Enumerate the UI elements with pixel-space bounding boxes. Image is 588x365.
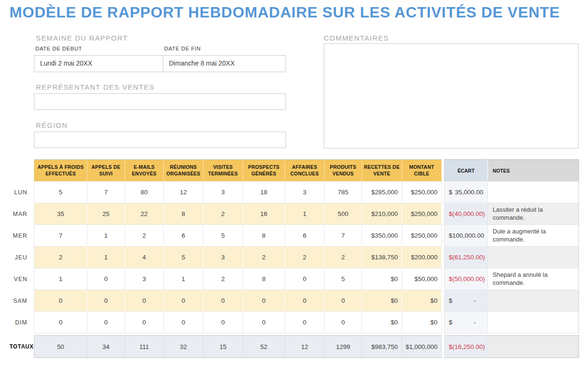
day-cell[interactable]: 1299 xyxy=(325,335,362,358)
day-cell[interactable]: $138,750 xyxy=(362,247,402,268)
day-cell[interactable]: 0 xyxy=(325,312,362,333)
note-cell[interactable] xyxy=(488,290,579,312)
day-cell[interactable]: 2 xyxy=(34,247,87,268)
day-cell[interactable]: 0 xyxy=(87,290,125,312)
day-cell[interactable]: $983,750 xyxy=(362,335,402,358)
end-date-input[interactable]: Dimanche 8 mai 20XX xyxy=(163,56,286,72)
day-cell[interactable]: 32 xyxy=(164,335,203,358)
day-cell[interactable]: 500 xyxy=(325,203,362,225)
day-cell[interactable]: 2 xyxy=(203,268,243,290)
day-cell[interactable]: 16 xyxy=(243,203,285,225)
day-cell[interactable]: $350,000 xyxy=(362,225,402,247)
day-cell[interactable]: 3 xyxy=(125,268,164,290)
note-cell[interactable]: Dule a augmenté la commande. xyxy=(488,225,579,247)
day-cell[interactable]: 12 xyxy=(285,335,325,358)
day-cell[interactable]: $210,000 xyxy=(362,203,402,225)
day-cell[interactable]: $200,000 xyxy=(402,247,442,268)
day-cell[interactable]: 0 xyxy=(125,290,164,312)
note-cell[interactable] xyxy=(488,312,579,333)
day-cell[interactable]: $0 xyxy=(362,312,402,333)
ecart-cell[interactable]: $35,000.00 xyxy=(444,182,488,203)
day-cell[interactable]: 0 xyxy=(285,268,325,290)
day-cell[interactable]: 0 xyxy=(34,312,87,333)
day-cell[interactable]: 0 xyxy=(164,312,203,333)
day-cell[interactable]: 1 xyxy=(87,247,125,268)
day-cell[interactable]: 2 xyxy=(285,247,325,268)
day-cell[interactable]: $0 xyxy=(362,268,402,290)
day-cell[interactable]: 1 xyxy=(164,268,203,290)
day-cell[interactable]: 8 xyxy=(243,268,285,290)
start-date-input[interactable]: Lundi 2 mai 20XX xyxy=(34,56,163,72)
day-cell[interactable]: $0 xyxy=(362,290,402,312)
day-cell[interactable]: 0 xyxy=(87,312,125,333)
day-cell[interactable]: $250,000 xyxy=(402,203,442,225)
day-cell[interactable]: 7 xyxy=(34,225,87,247)
day-cell[interactable]: 0 xyxy=(125,312,164,333)
ecart-cell[interactable]: $(16,250.00) xyxy=(444,335,488,358)
day-cell[interactable]: 2 xyxy=(203,203,243,225)
day-cell[interactable]: 8 xyxy=(164,203,203,225)
day-cell[interactable]: $0 xyxy=(402,290,442,312)
day-cell[interactable]: 2 xyxy=(243,247,285,268)
day-cell[interactable]: 5 xyxy=(203,225,243,247)
day-cell[interactable]: 7 xyxy=(325,225,362,247)
day-cell[interactable]: 0 xyxy=(203,312,243,333)
day-cell[interactable]: 22 xyxy=(125,203,164,225)
day-cell[interactable]: 12 xyxy=(164,182,203,203)
day-cell[interactable]: 3 xyxy=(203,182,243,203)
day-cell[interactable]: $285,000 xyxy=(362,182,402,203)
day-cell[interactable]: 80 xyxy=(125,182,164,203)
day-cell[interactable]: 34 xyxy=(87,335,125,358)
day-cell[interactable]: 0 xyxy=(285,290,325,312)
day-cell[interactable]: 0 xyxy=(164,290,203,312)
day-cell[interactable]: 5 xyxy=(164,247,203,268)
note-cell[interactable]: Lassiter a réduit la commande. xyxy=(488,203,579,225)
day-cell[interactable]: 1 xyxy=(34,268,87,290)
day-cell[interactable]: 0 xyxy=(285,312,325,333)
day-cell[interactable]: 0 xyxy=(203,290,243,312)
day-cell[interactable]: 4 xyxy=(125,247,164,268)
day-cell[interactable]: 5 xyxy=(325,268,362,290)
day-cell[interactable]: 15 xyxy=(203,335,243,358)
day-cell[interactable]: 8 xyxy=(243,225,285,247)
day-cell[interactable]: 52 xyxy=(243,335,285,358)
day-cell[interactable]: 35 xyxy=(34,203,87,225)
day-cell[interactable]: 6 xyxy=(164,225,203,247)
day-cell[interactable]: 785 xyxy=(325,182,362,203)
day-cell[interactable]: 50 xyxy=(34,335,87,358)
day-cell[interactable]: 6 xyxy=(285,225,325,247)
day-cell[interactable]: $50,000 xyxy=(402,268,442,290)
day-cell[interactable]: 0 xyxy=(243,290,285,312)
day-cell[interactable]: 3 xyxy=(285,182,325,203)
day-cell[interactable]: 25 xyxy=(87,203,125,225)
note-cell[interactable] xyxy=(488,335,579,358)
day-cell[interactable]: $250,000 xyxy=(402,225,442,247)
day-cell[interactable]: $0 xyxy=(402,312,442,333)
ecart-cell[interactable]: $- xyxy=(444,290,488,312)
day-cell[interactable]: 18 xyxy=(243,182,285,203)
day-cell[interactable]: $1,000,000 xyxy=(402,335,442,358)
day-cell[interactable]: 7 xyxy=(87,182,125,203)
day-cell[interactable]: 3 xyxy=(203,247,243,268)
note-cell[interactable] xyxy=(488,247,579,268)
day-cell[interactable]: $250,000 xyxy=(402,182,442,203)
day-cell[interactable]: 5 xyxy=(34,182,87,203)
sales-rep-input[interactable] xyxy=(34,93,286,110)
comments-input[interactable] xyxy=(324,43,579,149)
day-cell[interactable]: 111 xyxy=(125,335,164,358)
day-cell[interactable]: 1 xyxy=(285,203,325,225)
ecart-cell[interactable]: $- xyxy=(444,312,488,333)
day-cell[interactable]: 0 xyxy=(243,312,285,333)
note-cell[interactable]: Shepard a annulé la commande. xyxy=(488,268,579,290)
day-cell[interactable]: 0 xyxy=(87,268,125,290)
region-input[interactable] xyxy=(34,132,286,148)
ecart-cell[interactable]: $(61,250.00) xyxy=(444,247,488,268)
ecart-cell[interactable]: $(40,000.00) xyxy=(444,203,488,225)
day-cell[interactable]: 1 xyxy=(87,225,125,247)
day-cell[interactable]: 0 xyxy=(325,290,362,312)
ecart-cell[interactable]: $100,000.00 xyxy=(444,225,488,247)
day-cell[interactable]: 0 xyxy=(34,290,87,312)
note-cell[interactable] xyxy=(488,182,579,203)
ecart-cell[interactable]: $(50,000.00) xyxy=(444,268,488,290)
day-cell[interactable]: 2 xyxy=(325,247,362,268)
